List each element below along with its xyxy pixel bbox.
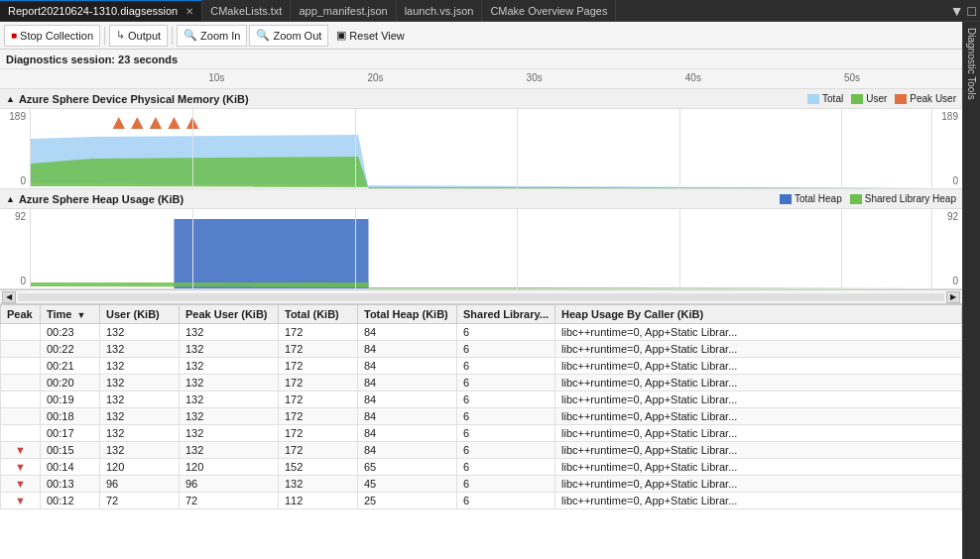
cell-peak: ▼ bbox=[1, 442, 41, 459]
cell-total: 112 bbox=[279, 493, 358, 509]
cell-time: 00:14 bbox=[41, 459, 100, 476]
col-header-heap-usage[interactable]: Heap Usage By Caller (KiB) bbox=[555, 305, 962, 324]
cell-total: 172 bbox=[279, 375, 358, 391]
chart1-canvas[interactable] bbox=[30, 109, 932, 188]
cell-time: 00:12 bbox=[41, 493, 100, 509]
ruler-tick-30s: 30s bbox=[527, 72, 543, 83]
cell-user: 120 bbox=[100, 459, 180, 476]
cell-total: 172 bbox=[279, 341, 358, 358]
col-header-shared-lib[interactable]: Shared Library... bbox=[457, 305, 555, 324]
cell-time: 00:17 bbox=[41, 425, 100, 442]
cell-time: 00:15 bbox=[41, 442, 100, 459]
scroll-track[interactable] bbox=[18, 293, 944, 301]
cell-shared-lib: 6 bbox=[457, 391, 555, 408]
legend-color-user bbox=[851, 94, 863, 104]
cell-shared-lib: 6 bbox=[457, 493, 555, 509]
svg-marker-8 bbox=[31, 282, 931, 288]
chart2-canvas[interactable] bbox=[30, 209, 932, 288]
legend-color-peak-user bbox=[895, 94, 907, 104]
table-row: ▼00:15132132172846libc++runtime=0, App+S… bbox=[1, 442, 962, 459]
col-header-user[interactable]: User (KiB) bbox=[100, 305, 180, 324]
table-body: 00:23132132172846libc++runtime=0, App+St… bbox=[1, 324, 962, 509]
tab-label: CMake Overview Pages bbox=[490, 5, 607, 17]
table-row: ▼00:14120120152656libc++runtime=0, App+S… bbox=[1, 459, 962, 476]
chart2-title: ▲ Azure Sphere Heap Usage (KiB) bbox=[6, 193, 184, 205]
cell-total-heap: 45 bbox=[358, 476, 457, 493]
zoom-in-button[interactable]: 🔍 Zoom In bbox=[177, 25, 247, 47]
tab-bar: Report20210624-1310.diagsession ✕ CMakeL… bbox=[0, 0, 980, 22]
col-header-peak[interactable]: Peak bbox=[1, 305, 41, 324]
cell-heap-usage: libc++runtime=0, App+Static Librar... bbox=[555, 425, 962, 442]
cell-peak bbox=[1, 408, 41, 425]
tab-label: Report20210624-1310.diagsession bbox=[8, 5, 178, 17]
cell-time: 00:18 bbox=[41, 408, 100, 425]
col-header-total-heap[interactable]: Total Heap (KiB) bbox=[358, 305, 457, 324]
cell-total: 172 bbox=[279, 358, 358, 375]
chart2-header: ▲ Azure Sphere Heap Usage (KiB) Total He… bbox=[0, 189, 962, 209]
chart2-title-text: Azure Sphere Heap Usage (KiB) bbox=[19, 193, 184, 205]
legend-label-total: Total bbox=[822, 93, 843, 104]
tab-layout-button[interactable]: □ bbox=[968, 3, 976, 19]
chart2-y-min: 0 bbox=[20, 276, 26, 286]
tab-label: CMakeLists.txt bbox=[210, 5, 282, 17]
chart-scrollbar[interactable]: ◀ ▶ bbox=[0, 289, 962, 303]
cell-user: 132 bbox=[100, 324, 180, 341]
cell-heap-usage: libc++runtime=0, App+Static Librar... bbox=[555, 324, 962, 341]
zoom-out-button[interactable]: 🔍 Zoom Out bbox=[249, 25, 328, 47]
cell-shared-lib: 6 bbox=[457, 476, 555, 493]
reset-view-button[interactable]: ▣ Reset View bbox=[330, 25, 410, 47]
grid-line-5 bbox=[841, 109, 842, 188]
toolbar-separator-1 bbox=[104, 27, 105, 45]
table-row: 00:22132132172846libc++runtime=0, App+St… bbox=[1, 341, 962, 358]
cell-total: 172 bbox=[279, 391, 358, 408]
cell-total: 172 bbox=[279, 324, 358, 341]
chart2-y-max-right: 92 bbox=[947, 211, 958, 222]
tab-cmake[interactable]: CMakeLists.txt bbox=[202, 0, 291, 21]
chart2-y-axis-right: 92 0 bbox=[932, 209, 962, 288]
reset-view-label: Reset View bbox=[349, 30, 404, 42]
col-header-time[interactable]: Time ▼ bbox=[41, 305, 100, 324]
stop-collection-button[interactable]: ■ Stop Collection bbox=[4, 25, 100, 47]
output-button[interactable]: ↳ Output bbox=[109, 25, 168, 47]
cell-peak-user: 132 bbox=[180, 358, 279, 375]
col-header-peak-user[interactable]: Peak User (KiB) bbox=[180, 305, 279, 324]
cell-heap-usage: libc++runtime=0, App+Static Librar... bbox=[555, 375, 962, 391]
scroll-right-button[interactable]: ▶ bbox=[946, 291, 960, 303]
stop-icon: ■ bbox=[11, 30, 17, 41]
chart2-collapse-button[interactable]: ▲ bbox=[6, 194, 15, 204]
timeline-ruler: 10s 20s 30s 40s 50s bbox=[0, 69, 962, 89]
col-header-total[interactable]: Total (KiB) bbox=[279, 305, 358, 324]
tab-overflow-button[interactable]: ▼ bbox=[950, 3, 964, 19]
cell-time: 00:13 bbox=[41, 476, 100, 493]
tab-launch[interactable]: launch.vs.json bbox=[397, 0, 483, 21]
zoom-out-label: Zoom Out bbox=[273, 30, 321, 42]
cell-shared-lib: 6 bbox=[457, 408, 555, 425]
charts-area: 10s 20s 30s 40s 50s ▲ Azure Sphere Devic… bbox=[0, 69, 962, 304]
chart1-y-min: 0 bbox=[20, 175, 26, 186]
tab-close-report[interactable]: ✕ bbox=[185, 6, 193, 17]
table-row: 00:18132132172846libc++runtime=0, App+St… bbox=[1, 408, 962, 425]
chart1-collapse-button[interactable]: ▲ bbox=[6, 94, 15, 104]
scroll-left-button[interactable]: ◀ bbox=[2, 291, 16, 303]
cell-total-heap: 84 bbox=[358, 375, 457, 391]
svg-marker-7 bbox=[174, 219, 368, 288]
grid-line-h2 bbox=[355, 209, 356, 288]
legend-item-peak-user: Peak User bbox=[895, 93, 956, 104]
tab-overview[interactable]: CMake Overview Pages bbox=[482, 0, 616, 21]
zoom-out-icon: 🔍 bbox=[256, 29, 270, 42]
legend-item-total: Total bbox=[807, 93, 843, 104]
tab-manifest[interactable]: app_manifest.json bbox=[291, 0, 396, 21]
tab-report[interactable]: Report20210624-1310.diagsession ✕ bbox=[0, 0, 202, 21]
cell-shared-lib: 6 bbox=[457, 341, 555, 358]
grid-line-4 bbox=[679, 109, 680, 188]
cell-peak-user: 132 bbox=[180, 425, 279, 442]
cell-peak-user: 132 bbox=[180, 442, 279, 459]
cell-user: 132 bbox=[100, 408, 180, 425]
cell-peak bbox=[1, 425, 41, 442]
cell-time: 00:23 bbox=[41, 324, 100, 341]
table-scroll-wrapper[interactable]: Peak Time ▼ User (KiB) Peak User (KiB) T… bbox=[0, 304, 962, 559]
chart2-y-min-right: 0 bbox=[952, 276, 958, 286]
legend-label-total-heap: Total Heap bbox=[795, 193, 842, 204]
cell-time: 00:22 bbox=[41, 341, 100, 358]
chart-physical-memory: ▲ Azure Sphere Device Physical Memory (K… bbox=[0, 89, 962, 189]
